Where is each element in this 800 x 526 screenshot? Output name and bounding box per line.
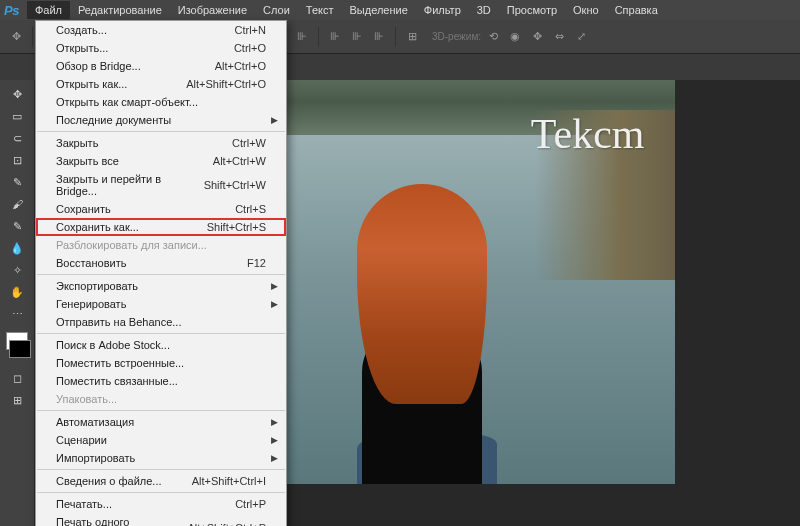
marquee-tool-icon[interactable]: ▭ [5, 106, 29, 126]
app-logo: Ps [4, 3, 19, 18]
file-menu-item[interactable]: Импортировать▶ [36, 449, 286, 467]
file-menu-dropdown: Создать...Ctrl+NОткрыть...Ctrl+OОбзор в … [35, 20, 287, 526]
menu-слои[interactable]: Слои [255, 1, 298, 19]
file-menu-item[interactable]: СохранитьCtrl+S [36, 200, 286, 218]
eyedropper-tool-icon[interactable]: ✎ [5, 172, 29, 192]
file-menu-item[interactable]: Поместить встроенные... [36, 354, 286, 372]
tool-panel: ✥ ▭ ⊂ ⊡ ✎ 🖌 ✎ 💧 ✧ ✋ ⋯ ◻ ⊞ [0, 80, 34, 526]
brush-tool-icon[interactable]: 🖌 [5, 194, 29, 214]
file-menu-item[interactable]: Сохранить как...Shift+Ctrl+S [36, 218, 286, 236]
file-menu-item[interactable]: Открыть как...Alt+Shift+Ctrl+O [36, 75, 286, 93]
file-menu-item[interactable]: Поместить связанные... [36, 372, 286, 390]
file-menu-item[interactable]: Закрыть и перейти в Bridge...Shift+Ctrl+… [36, 170, 286, 200]
pencil-tool-icon[interactable]: ✎ [5, 216, 29, 236]
file-menu-item[interactable]: Печать одного экземпляраAlt+Shift+Ctrl+P [36, 513, 286, 526]
crop-tool-icon[interactable]: ⊡ [5, 150, 29, 170]
file-menu-item[interactable]: Поиск в Adobe Stock... [36, 336, 286, 354]
background-swatch[interactable] [9, 340, 31, 358]
roll-icon[interactable]: ◉ [505, 27, 525, 47]
submenu-arrow-icon: ▶ [271, 115, 278, 125]
ellipsis-icon[interactable]: ⋯ [5, 304, 29, 324]
file-menu-item[interactable]: Последние документы▶ [36, 111, 286, 129]
file-menu-item[interactable]: Закрыть всеAlt+Ctrl+W [36, 152, 286, 170]
orbit-icon[interactable]: ⟲ [483, 27, 503, 47]
menu-просмотр[interactable]: Просмотр [499, 1, 565, 19]
file-menu-item[interactable]: Сведения о файле...Alt+Shift+Ctrl+I [36, 472, 286, 490]
file-menu-item[interactable]: Отправить на Behance... [36, 313, 286, 331]
move-tool-icon[interactable]: ✥ [5, 84, 29, 104]
quickmask-icon[interactable]: ◻ [5, 368, 29, 388]
submenu-arrow-icon: ▶ [271, 299, 278, 309]
distribute-icon[interactable]: ⊪ [292, 27, 312, 47]
menu-изображение[interactable]: Изображение [170, 1, 255, 19]
file-menu-item[interactable]: Экспортировать▶ [36, 277, 286, 295]
menu-справка[interactable]: Справка [607, 1, 666, 19]
file-menu-item[interactable]: Открыть как смарт-объект... [36, 93, 286, 111]
menu-фильтр[interactable]: Фильтр [416, 1, 469, 19]
lasso-tool-icon[interactable]: ⊂ [5, 128, 29, 148]
submenu-arrow-icon: ▶ [271, 417, 278, 427]
file-menu-item[interactable]: Обзор в Bridge...Alt+Ctrl+O [36, 57, 286, 75]
menu-редактирование[interactable]: Редактирование [70, 1, 170, 19]
wand-tool-icon[interactable]: ✧ [5, 260, 29, 280]
file-menu-item[interactable]: ВосстановитьF12 [36, 254, 286, 272]
mode-label: 3D-режим: [432, 31, 481, 42]
menu-3d[interactable]: 3D [469, 1, 499, 19]
menubar: Ps ФайлРедактированиеИзображениеСлоиТекс… [0, 0, 800, 20]
file-menu-item: Разблокировать для записи... [36, 236, 286, 254]
menu-окно[interactable]: Окно [565, 1, 607, 19]
distribute-icon[interactable]: ⊪ [347, 27, 367, 47]
file-menu-item[interactable]: ЗакрытьCtrl+W [36, 134, 286, 152]
file-menu-item[interactable]: Генерировать▶ [36, 295, 286, 313]
hand-tool-icon[interactable]: ✋ [5, 282, 29, 302]
distribute-icon[interactable]: ⊪ [369, 27, 389, 47]
move-tool-icon[interactable]: ✥ [6, 27, 26, 47]
screenmode-icon[interactable]: ⊞ [5, 390, 29, 410]
submenu-arrow-icon: ▶ [271, 281, 278, 291]
canvas-overlay-text: Tekcm [531, 110, 645, 158]
auto-align-icon[interactable]: ⊞ [402, 27, 422, 47]
distribute-icon[interactable]: ⊪ [325, 27, 345, 47]
scale-icon[interactable]: ⤢ [571, 27, 591, 47]
file-menu-item[interactable]: Автоматизация▶ [36, 413, 286, 431]
menu-текст[interactable]: Текст [298, 1, 342, 19]
slide-icon[interactable]: ⇔ [549, 27, 569, 47]
submenu-arrow-icon: ▶ [271, 435, 278, 445]
drop-tool-icon[interactable]: 💧 [5, 238, 29, 258]
file-menu-item: Упаковать... [36, 390, 286, 408]
file-menu-item[interactable]: Открыть...Ctrl+O [36, 39, 286, 57]
menu-выделение[interactable]: Выделение [342, 1, 416, 19]
file-menu-item[interactable]: Печатать...Ctrl+P [36, 495, 286, 513]
menu-файл[interactable]: Файл [27, 1, 70, 19]
pan-icon[interactable]: ✥ [527, 27, 547, 47]
file-menu-item[interactable]: Создать...Ctrl+N [36, 21, 286, 39]
file-menu-item[interactable]: Сценарии▶ [36, 431, 286, 449]
submenu-arrow-icon: ▶ [271, 453, 278, 463]
